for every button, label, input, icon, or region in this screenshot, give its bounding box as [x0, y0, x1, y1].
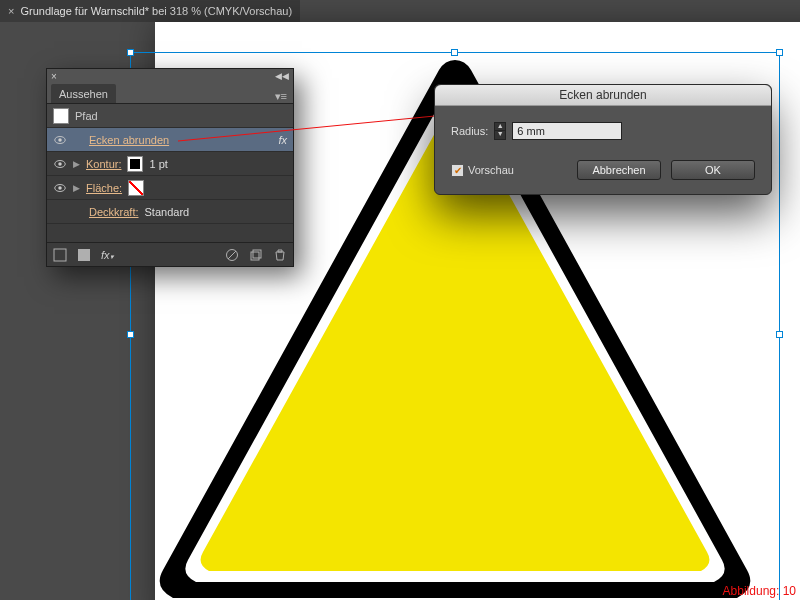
stroke-swatch[interactable] — [127, 156, 143, 172]
svg-point-3 — [58, 162, 62, 166]
dialog-title[interactable]: Ecken abrunden — [435, 85, 771, 106]
disclosure-triangle-icon[interactable]: ▶ — [73, 183, 80, 193]
panel-menu-icon[interactable]: ▾≡ — [275, 90, 287, 103]
selection-handle[interactable] — [127, 49, 134, 56]
panel-head[interactable]: × ◀◀ — [47, 69, 293, 83]
clear-appearance-icon[interactable] — [225, 248, 239, 262]
opacity-label[interactable]: Deckkraft: — [89, 206, 139, 218]
svg-rect-7 — [78, 249, 90, 261]
panel-footer: fx▾ — [47, 242, 293, 266]
visibility-eye-icon[interactable] — [53, 181, 67, 195]
svg-point-5 — [58, 186, 62, 190]
fill-row[interactable]: ▶ Fläche: — [47, 176, 293, 200]
figure-caption: Abbildung: 10 — [723, 584, 796, 598]
path-row[interactable]: Pfad — [47, 104, 293, 128]
document-title: Grundlage für Warnschild* bei 318 % (CMY… — [20, 5, 292, 17]
fill-swatch-none[interactable] — [128, 180, 144, 196]
opacity-value[interactable]: Standard — [145, 206, 190, 218]
stepper-down-icon[interactable]: ▼ — [495, 131, 505, 139]
panel-title: Aussehen — [59, 88, 108, 100]
preview-label: Vorschau — [468, 164, 514, 176]
opacity-row[interactable]: Deckkraft: Standard — [47, 200, 293, 224]
round-corners-dialog[interactable]: Ecken abrunden Radius: ▲ ▼ ✔ Vorschau Ab… — [434, 84, 772, 195]
svg-point-1 — [58, 138, 62, 142]
duplicate-item-icon[interactable] — [249, 248, 263, 262]
svg-line-9 — [228, 251, 236, 259]
path-label: Pfad — [75, 110, 98, 122]
cancel-button[interactable]: Abbrechen — [577, 160, 661, 180]
add-effect-icon[interactable]: fx▾ — [101, 249, 114, 261]
visibility-eye-icon[interactable] — [53, 133, 67, 147]
document-tab[interactable]: × Grundlage für Warnschild* bei 318 % (C… — [0, 0, 300, 22]
ok-button[interactable]: OK — [671, 160, 755, 180]
svg-rect-11 — [253, 250, 261, 258]
new-stroke-icon[interactable] — [53, 248, 67, 262]
checkbox-checked-icon[interactable]: ✔ — [451, 164, 464, 177]
effect-name[interactable]: Ecken abrunden — [89, 134, 169, 146]
stroke-row[interactable]: ▶ Kontur: 1 pt — [47, 152, 293, 176]
radius-input[interactable] — [512, 122, 622, 140]
stroke-weight[interactable]: 1 pt — [149, 158, 167, 170]
fx-badge-icon: fx — [278, 134, 287, 146]
radius-label: Radius: — [451, 125, 488, 137]
close-panel-icon[interactable]: × — [51, 71, 57, 83]
effect-row-round-corners[interactable]: Ecken abrunden fx — [47, 128, 293, 152]
svg-rect-6 — [54, 249, 66, 261]
new-fill-icon[interactable] — [77, 248, 91, 262]
radius-stepper[interactable]: ▲ ▼ — [494, 122, 506, 140]
visibility-eye-icon[interactable] — [53, 157, 67, 171]
appearance-panel[interactable]: × ◀◀ Aussehen ▾≡ Pfad Ecken abrunden fx … — [46, 68, 294, 267]
selection-handle[interactable] — [127, 331, 134, 338]
fill-label[interactable]: Fläche: — [86, 182, 122, 194]
collapse-panel-icon[interactable]: ◀◀ — [275, 71, 289, 83]
appearance-tab[interactable]: Aussehen — [51, 84, 116, 103]
path-thumbnail-icon — [53, 108, 69, 124]
stroke-label[interactable]: Kontur: — [86, 158, 121, 170]
preview-checkbox[interactable]: ✔ Vorschau — [451, 164, 514, 177]
svg-rect-10 — [251, 252, 259, 260]
disclosure-triangle-icon[interactable]: ▶ — [73, 159, 80, 169]
delete-item-icon[interactable] — [273, 248, 287, 262]
close-tab-icon[interactable]: × — [8, 5, 14, 17]
